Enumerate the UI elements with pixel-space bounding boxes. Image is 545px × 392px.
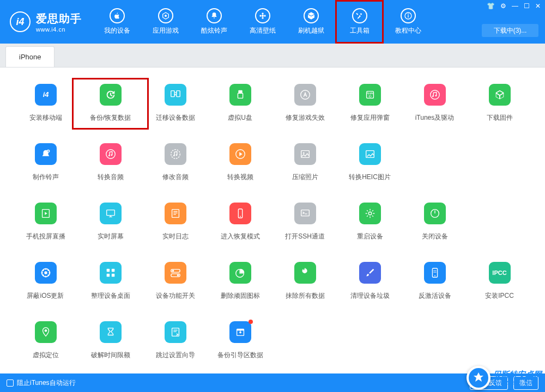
svg-rect-10	[171, 91, 174, 97]
tool-label: 转换视频	[227, 173, 253, 182]
tool-pin[interactable]: 虚拟定位	[13, 321, 78, 360]
nav-tools[interactable]: 工具箱	[335, 0, 384, 44]
tool-bootbak[interactable]: 备份引导区数据	[208, 321, 272, 360]
tool-play[interactable]: 转换视频	[208, 143, 272, 182]
tshirt-icon[interactable]: 👕	[487, 2, 495, 10]
svg-point-5	[264, 15, 265, 16]
tool-monitor[interactable]: 实时屏幕	[78, 203, 143, 241]
skip-icon	[165, 321, 186, 343]
audiod-icon	[165, 143, 186, 165]
bellplus-icon	[35, 143, 57, 165]
tool-label: 下载固件	[487, 113, 513, 122]
app-header: i4 爱思助手 www.i4.cn 我的设备应用游戏酷炫铃声高清壁纸刷机越狱工具…	[0, 0, 545, 44]
tool-itunes[interactable]: iTunes及驱动	[402, 84, 467, 122]
tool-usb[interactable]: 虚拟U盘	[208, 84, 272, 122]
tool-brush[interactable]: 清理设备垃圾	[337, 262, 402, 301]
svg-point-0	[165, 15, 167, 17]
block-icon	[35, 262, 57, 284]
tool-phone[interactable]: 进入恢复模式	[208, 203, 272, 241]
svg-point-20	[435, 95, 437, 96]
tool-label: 迁移设备数据	[156, 113, 195, 122]
tool-label: 实时日志	[162, 232, 189, 241]
tool-skip[interactable]: 跳过设置向导	[143, 321, 208, 360]
tool-toggle[interactable]: 设备功能开关	[143, 262, 208, 301]
tool-appstore[interactable]: 修复游戏失效	[272, 84, 337, 122]
tool-label: 修复游戏失效	[286, 113, 325, 122]
phone-icon	[229, 203, 251, 224]
tool-block[interactable]: 屏蔽iOS更新	[13, 262, 78, 301]
nav-app[interactable]: 应用游戏	[141, 0, 190, 44]
settings-icon[interactable]: ⚙	[500, 2, 506, 10]
tool-image[interactable]: 压缩照片	[272, 143, 337, 182]
svg-point-22	[106, 150, 115, 159]
svg-point-4	[259, 15, 261, 16]
flower-icon	[255, 8, 270, 23]
tool-erase[interactable]: 抹除所有数据	[272, 262, 337, 301]
tool-ssh[interactable]: 打开SSH通道	[272, 203, 337, 241]
tool-grid[interactable]: 整理设备桌面	[78, 262, 143, 301]
block-itunes-checkbox[interactable]	[7, 379, 14, 387]
screen-icon	[35, 203, 57, 224]
svg-point-18	[430, 90, 439, 100]
tool-power[interactable]: 关闭设备	[402, 203, 467, 241]
tool-label: 转换HEIC图片	[349, 173, 391, 182]
maximize-icon[interactable]: ☐	[524, 2, 530, 10]
svg-point-25	[171, 150, 180, 159]
minimize-icon[interactable]: —	[512, 2, 518, 10]
migrate-icon	[165, 84, 186, 106]
tool-hourglass[interactable]: 破解时间限额	[78, 321, 143, 360]
tool-i4[interactable]: i4安装移动端	[13, 84, 78, 122]
tool-label: 备份引导区数据	[217, 351, 263, 360]
svg-point-26	[173, 155, 174, 156]
tool-label: 跳过设置向导	[156, 351, 195, 360]
tool-label: 进入恢复模式	[221, 232, 260, 241]
footer-bar: 阻止iTunes自动运行 意见反馈微信	[0, 373, 545, 392]
tool-label: 删除顽固图标	[221, 291, 260, 301]
tool-label: iTunes及驱动	[415, 113, 455, 122]
tab-iphone[interactable]: iPhone	[5, 46, 55, 67]
svg-point-27	[175, 154, 177, 156]
tool-audiod[interactable]: 修改音频	[143, 143, 208, 182]
nav-apple[interactable]: 我的设备	[93, 0, 141, 44]
tool-gear[interactable]: 重启设备	[337, 203, 402, 241]
tool-audio[interactable]: 转换音频	[78, 143, 143, 182]
apple-icon	[110, 8, 125, 23]
tool-bellplus[interactable]: 制作铃声	[13, 143, 78, 182]
window-controls: 👕⚙—☐✕	[487, 2, 541, 10]
monitor-icon	[100, 203, 122, 224]
tool-label: 抹除所有数据	[286, 291, 325, 301]
phoneoff-icon	[424, 262, 446, 284]
tool-label: 手机投屏直播	[26, 232, 65, 241]
pie-icon	[229, 262, 251, 284]
tool-cube[interactable]: 下载固件	[467, 84, 532, 122]
tool-log[interactable]: 实时日志	[143, 203, 208, 241]
nav-flower[interactable]: 高清壁纸	[238, 0, 287, 44]
tool-appleid[interactable]: AppleID修复应用弹窗	[337, 84, 402, 122]
nav-bell[interactable]: 酷炫铃声	[190, 0, 238, 44]
tool-ipcc[interactable]: IPCC安装IPCC	[467, 262, 532, 301]
tool-pie[interactable]: 删除顽固图标	[208, 262, 272, 301]
tool-restore[interactable]: 备份/恢复数据	[78, 84, 143, 124]
tool-label: 实时屏幕	[98, 232, 124, 241]
i4-icon: i4	[35, 84, 57, 106]
svg-rect-11	[176, 91, 179, 97]
svg-rect-55	[237, 329, 244, 331]
nav-info[interactable]: 教程中心	[384, 0, 432, 44]
download-status-button[interactable]: 下载中(3)...	[482, 24, 538, 37]
close-icon[interactable]: ✕	[535, 2, 541, 10]
tool-label: 设备功能开关	[156, 291, 195, 301]
logo-area: i4 爱思助手 www.i4.cn	[0, 11, 82, 33]
app-icon	[158, 8, 173, 23]
tool-heic[interactable]: 转换HEIC图片	[337, 143, 402, 182]
svg-point-30	[302, 152, 304, 154]
tool-screen[interactable]: 手机投屏直播	[13, 203, 78, 241]
tool-migrate[interactable]: 迁移设备数据	[143, 84, 208, 122]
tool-label: 修复应用弹窗	[350, 113, 390, 122]
pin-icon	[35, 321, 57, 343]
svg-point-47	[172, 270, 174, 272]
svg-point-3	[262, 17, 263, 19]
nav-box[interactable]: 刷机越狱	[287, 0, 335, 44]
tool-phoneoff[interactable]: 反激活设备	[402, 262, 467, 301]
svg-point-8	[408, 14, 409, 15]
svg-rect-33	[106, 210, 114, 216]
